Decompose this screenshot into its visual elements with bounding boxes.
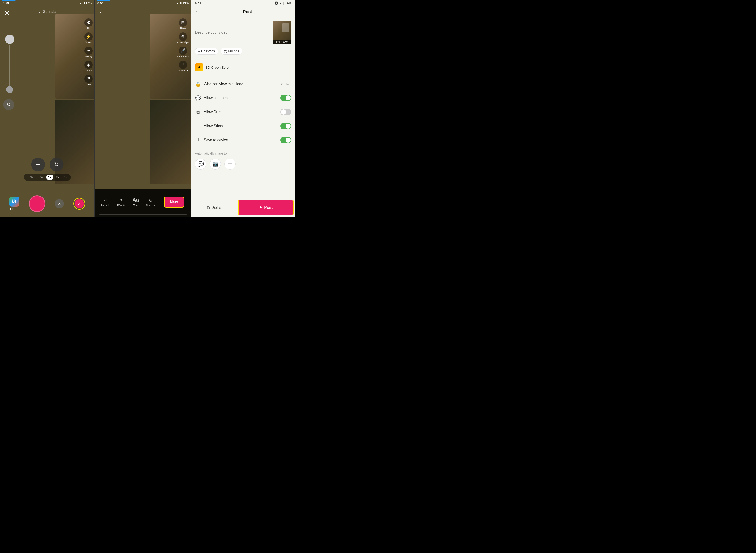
edit-bottom-bar: ♫ Sounds ✦ Effects Aa Text ☺ Stickers Ne… xyxy=(95,189,191,217)
description-row: Select cover xyxy=(195,21,291,44)
tab-text[interactable]: Aa Text xyxy=(132,197,139,207)
edit-time: 8:53 xyxy=(97,1,103,5)
allow-comments-label: Allow comments xyxy=(204,96,278,100)
friends-label: Friends xyxy=(228,49,239,53)
timer-control[interactable]: ⏱ Timer xyxy=(84,75,93,86)
sounds-label[interactable]: ♫ Sounds xyxy=(39,10,56,14)
bottom-indicator xyxy=(99,214,187,215)
next-button[interactable]: Next xyxy=(165,197,184,207)
drafts-button[interactable]: ⧉ Drafts xyxy=(191,199,237,217)
edit-filters-control[interactable]: ⊞ Filters xyxy=(179,18,187,30)
post-button[interactable]: ✦ Post xyxy=(239,200,293,215)
filters-control[interactable]: ◈ Filters xyxy=(84,61,93,72)
cancel-button[interactable]: ✕ xyxy=(55,199,64,208)
hashtags-chip[interactable]: # Hashtags xyxy=(195,48,218,55)
move-icon[interactable]: ✛ xyxy=(31,158,45,171)
speed-icons-row: ✛ ↻ xyxy=(31,158,63,171)
post-panel: 8:53 🖼 ▲ ||| 19% ← Post Select cover # H… xyxy=(191,0,295,217)
speed-label: Speed xyxy=(85,41,92,44)
record-battery: 19% xyxy=(86,1,92,5)
speed-2x[interactable]: 2x xyxy=(54,175,61,180)
edit-wifi-icon: ▲ xyxy=(176,2,179,5)
friends-chip[interactable]: @ Friends xyxy=(221,48,242,55)
volume-knob-top[interactable] xyxy=(5,34,14,44)
post-status-bar: 8:53 🖼 ▲ ||| 19% xyxy=(191,0,295,6)
post-battery: 19% xyxy=(285,2,291,5)
flip-control[interactable]: ⟲ Flip xyxy=(84,18,93,30)
stickers-tab-icon: ☺ xyxy=(148,197,153,203)
edit-filters-icon: ⊞ xyxy=(179,18,187,27)
post-signal-icon: ||| xyxy=(283,2,285,5)
cover-overlay xyxy=(282,23,289,32)
drafts-label: Drafts xyxy=(211,206,221,210)
comment-icon: 💬 xyxy=(195,95,201,101)
volume-slider[interactable] xyxy=(5,34,14,91)
timer-icon: ⏱ xyxy=(84,75,93,83)
confirm-button[interactable]: ✓ xyxy=(73,198,85,210)
hashtags-label: Hashtags xyxy=(201,49,215,53)
sounds-tab-label: Sounds xyxy=(100,204,110,207)
speed-1x[interactable]: 1x xyxy=(46,175,53,180)
volume-track[interactable] xyxy=(9,45,10,91)
post-title: Post xyxy=(204,9,291,14)
filters-icon: ◈ xyxy=(84,61,93,69)
stitch-icon: ⋯ xyxy=(195,123,201,129)
record-signal-icon: ||| xyxy=(83,2,85,4)
speed-control[interactable]: ⚡ Speed xyxy=(84,32,93,44)
record-side-controls: ⟲ Flip ⚡ Speed ✦ Beauty ◈ Filters ⏱ Time… xyxy=(84,18,93,86)
effects-button[interactable]: 🖼 Effects xyxy=(9,196,19,211)
beauty-control[interactable]: ✦ Beauty xyxy=(84,47,93,58)
effect-row[interactable]: ✦ 3D Green Scre... xyxy=(195,60,291,74)
tab-effects[interactable]: ✦ Effects xyxy=(117,197,125,207)
download-icon: ⬇ xyxy=(195,137,201,143)
tab-sounds[interactable]: ♫ Sounds xyxy=(100,197,110,207)
save-device-toggle[interactable] xyxy=(280,137,291,143)
lock-icon: 🔒 xyxy=(195,81,201,87)
voice-effects-control[interactable]: 🎤 Voice effects xyxy=(176,47,190,58)
speed-05x[interactable]: 0.5x xyxy=(36,175,46,180)
message-social-icon[interactable]: 💬 xyxy=(195,159,206,170)
record-button[interactable] xyxy=(29,195,46,212)
allow-comments-toggle[interactable] xyxy=(280,95,291,101)
voiceover-control[interactable]: 🎙 Voiceover xyxy=(178,61,188,72)
post-sparkle-icon: ✦ xyxy=(259,205,262,210)
instagram-social-icon[interactable]: 📷 xyxy=(210,159,221,170)
drafts-icon: ⧉ xyxy=(207,206,210,210)
adjust-clips-control[interactable]: ⊕ Adjust clips xyxy=(177,32,189,44)
speed-03x[interactable]: 0.3x xyxy=(25,175,35,180)
effect-icon: ✦ xyxy=(195,63,203,71)
text-tab-icon: Aa xyxy=(132,197,139,203)
effects-icon: 🖼 xyxy=(9,196,19,207)
edit-back-button[interactable]: ← xyxy=(99,9,104,15)
flip-label: Flip xyxy=(87,27,90,30)
add-social-icon[interactable]: ✛ xyxy=(225,159,236,170)
rotate-icon[interactable]: ↻ xyxy=(50,158,63,171)
music-icon: ♫ xyxy=(39,10,42,14)
cover-label[interactable]: Select cover xyxy=(273,40,291,44)
record-status-bar: 8:53 ▲ ||| 19% xyxy=(0,0,94,6)
allow-duet-toggle[interactable] xyxy=(280,109,291,115)
divider-2 xyxy=(195,76,291,76)
record-wifi-icon: ▲ xyxy=(79,2,82,5)
close-button[interactable]: ✕ xyxy=(4,9,9,17)
undo-button[interactable]: ↺ xyxy=(3,99,14,110)
allow-stitch-toggle[interactable] xyxy=(280,123,291,129)
tab-stickers[interactable]: ☺ Stickers xyxy=(146,197,156,207)
speed-3x[interactable]: 3x xyxy=(62,175,69,180)
who-can-view-row[interactable]: 🔒 Who can view this video Public › xyxy=(195,77,291,91)
edit-side-controls: ⊞ Filters ⊕ Adjust clips 🎤 Voice effects… xyxy=(176,18,190,72)
speed-controls: ✛ ↻ 0.3x 0.5x 1x 2x 3x xyxy=(24,158,71,181)
divider-1 xyxy=(195,59,291,60)
beauty-label: Beauty xyxy=(85,55,92,58)
edit-panel: 8:53 ▲ ||| 19% ← ⊞ Filters ⊕ Adjust clip… xyxy=(94,0,191,217)
auto-share-title: Automatically share to: xyxy=(195,152,291,155)
post-back-button[interactable]: ← xyxy=(195,9,200,15)
record-panel: 8:53 ▲ ||| 19% ✕ ♫ Sounds ↺ ⟲ Flip xyxy=(0,0,94,217)
description-input[interactable] xyxy=(195,21,270,44)
record-bottom-bar: 🖼 Effects ✕ ✓ xyxy=(0,195,94,212)
tags-row: # Hashtags @ Friends xyxy=(195,48,291,55)
volume-knob-bottom[interactable] xyxy=(6,86,13,93)
who-can-view-value: Public › xyxy=(280,82,291,86)
post-content: Select cover # Hashtags @ Friends ✦ 3D G… xyxy=(191,17,295,188)
edit-tabs: ♫ Sounds ✦ Effects Aa Text ☺ Stickers Ne… xyxy=(95,189,191,214)
